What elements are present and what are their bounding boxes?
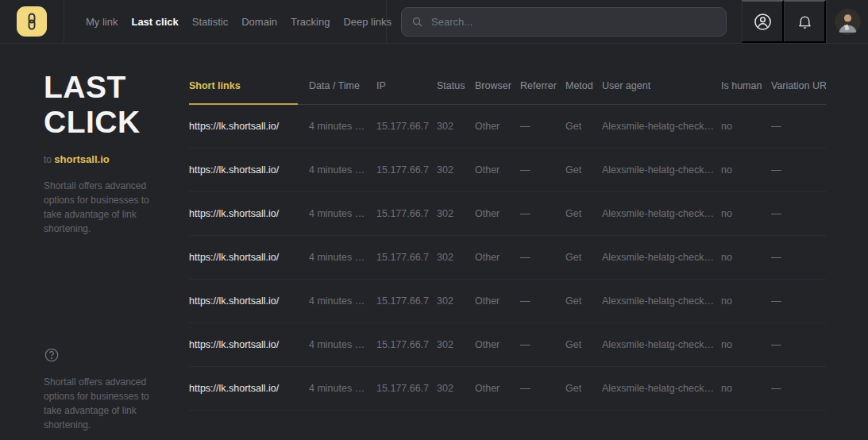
cell-user-agent: Alexsmile-helatg-check-... <box>602 164 721 176</box>
cell-is-human: no <box>721 295 771 307</box>
cell-date-time: 4 minutes ago <box>309 164 376 176</box>
cell-variation-url: — <box>771 252 826 263</box>
cell-referrer: — <box>520 383 565 394</box>
cell-referrer: — <box>520 339 565 350</box>
table-row[interactable]: https://lk.shortsall.io/4 minutes ago15.… <box>189 367 826 411</box>
nav-item-statistic[interactable]: Statistic <box>192 16 229 28</box>
cell-is-human: no <box>721 339 771 350</box>
cell-user-agent: Alexsmile-helatg-check-... <box>602 121 721 132</box>
user-avatar[interactable] <box>835 9 861 35</box>
cell-ip: 15.177.66.7 <box>376 295 437 307</box>
cell-method: Get <box>565 383 602 394</box>
column-header: User agent <box>602 80 721 91</box>
logo-cell <box>0 0 64 43</box>
column-header: IP <box>376 80 437 91</box>
cell-ip: 15.177.66.7 <box>376 383 437 394</box>
cell-browser: Other <box>475 383 520 394</box>
cell-status: 302 <box>437 164 475 176</box>
cell-short-link[interactable]: https://lk.shortsall.io/ <box>189 383 309 394</box>
nav-item-deep-links[interactable]: Deep links <box>343 16 392 28</box>
page-title-line2: CLICK <box>44 105 189 140</box>
cell-date-time: 4 minutes ago <box>309 252 376 263</box>
main-area: LAST CLICK to shortsall.io Shortall offe… <box>0 44 868 440</box>
cell-is-human: no <box>721 208 771 219</box>
cell-status: 302 <box>437 121 475 132</box>
column-header: Data / Time <box>309 80 376 91</box>
cell-ip: 15.177.66.7 <box>376 164 437 176</box>
table-row[interactable]: https://lk.shortsall.io/4 minutes ago15.… <box>189 192 826 236</box>
table-row[interactable]: https://lk.shortsall.io/4 minutes ago15.… <box>189 149 826 192</box>
cell-user-agent: Alexsmile-helatg-check-... <box>602 383 721 394</box>
cell-method: Get <box>565 339 602 350</box>
column-header: Metod <box>565 80 602 91</box>
cell-referrer: — <box>520 121 565 132</box>
search-input[interactable] <box>430 15 716 29</box>
table-row[interactable]: https://lk.shortsall.io/4 minutes ago15.… <box>189 323 826 367</box>
table-row[interactable]: https://lk.shortsall.io/4 minutes ago15.… <box>189 280 826 323</box>
cell-date-time: 4 minutes ago <box>309 121 376 132</box>
cell-method: Get <box>565 164 602 176</box>
cell-referrer: — <box>520 208 565 219</box>
cell-date-time: 4 minutes ago <box>309 208 376 219</box>
logo-button[interactable] <box>17 6 47 37</box>
cell-variation-url: — <box>771 295 826 307</box>
cell-browser: Other <box>475 164 520 176</box>
search-icon <box>411 16 423 28</box>
nav-item-tracking[interactable]: Tracking <box>291 16 330 28</box>
cell-referrer: — <box>520 164 565 176</box>
cell-short-link[interactable]: https://lk.shortsall.io/ <box>189 164 309 176</box>
nav-item-domain[interactable]: Domain <box>241 16 277 28</box>
cell-status: 302 <box>437 252 475 263</box>
domain-link[interactable]: shortsall.io <box>54 153 109 165</box>
cell-is-human: no <box>721 383 771 394</box>
cell-variation-url: — <box>771 339 826 350</box>
cell-status: 302 <box>437 339 475 350</box>
hero-help-description: Shortall offers advanced options for bus… <box>44 375 167 432</box>
table-row[interactable]: https://lk.shortsall.io/4 minutes ago15.… <box>189 236 826 280</box>
cell-method: Get <box>565 252 602 263</box>
cell-status: 302 <box>437 383 475 394</box>
cell-variation-url: — <box>771 164 826 176</box>
cell-short-link[interactable]: https://lk.shortsall.io/ <box>189 121 309 132</box>
table-row[interactable]: https://lk.shortsall.io/4 minutes ago15.… <box>189 105 826 149</box>
page-title: LAST CLICK <box>44 70 189 141</box>
cell-status: 302 <box>437 208 475 219</box>
cell-method: Get <box>565 295 602 307</box>
cell-short-link[interactable]: https://lk.shortsall.io/ <box>189 208 309 219</box>
cell-ip: 15.177.66.7 <box>376 208 437 219</box>
cell-method: Get <box>565 208 602 219</box>
cell-variation-url: — <box>771 208 826 219</box>
nav-item-my-link[interactable]: My link <box>86 16 118 28</box>
cell-browser: Other <box>475 339 520 350</box>
notifications-button[interactable] <box>784 0 826 43</box>
help-button[interactable] <box>44 347 60 363</box>
cell-user-agent: Alexsmile-helatg-check-... <box>602 252 721 263</box>
cell-is-human: no <box>721 164 771 176</box>
account-icon <box>753 12 773 32</box>
cell-browser: Other <box>475 295 520 307</box>
question-mark-icon <box>44 347 60 363</box>
cell-ip: 15.177.66.7 <box>376 121 437 132</box>
column-header: Referrer <box>520 80 565 91</box>
nav-item-last-click[interactable]: Last click <box>131 16 178 28</box>
cell-short-link[interactable]: https://lk.shortsall.io/ <box>189 252 309 263</box>
column-header: Variation URL <box>771 80 826 91</box>
cell-short-link[interactable]: https://lk.shortsall.io/ <box>189 295 309 307</box>
cell-short-link[interactable]: https://lk.shortsall.io/ <box>189 339 309 350</box>
cell-ip: 15.177.66.7 <box>376 252 437 263</box>
account-button[interactable] <box>742 0 784 43</box>
column-header: Short links <box>189 80 309 91</box>
search-area <box>387 0 742 43</box>
cell-browser: Other <box>475 252 520 263</box>
cell-browser: Other <box>475 208 520 219</box>
cell-ip: 15.177.66.7 <box>376 339 437 350</box>
cell-is-human: no <box>721 252 771 263</box>
cell-referrer: — <box>520 295 565 307</box>
cell-browser: Other <box>475 121 520 132</box>
cell-date-time: 4 minutes ago <box>309 339 376 350</box>
search-box[interactable] <box>401 7 727 37</box>
cell-user-agent: Alexsmile-helatg-check-... <box>602 208 721 219</box>
column-header: Status <box>437 80 475 91</box>
table-body: https://lk.shortsall.io/4 minutes ago15.… <box>189 105 868 411</box>
cell-referrer: — <box>520 252 565 263</box>
